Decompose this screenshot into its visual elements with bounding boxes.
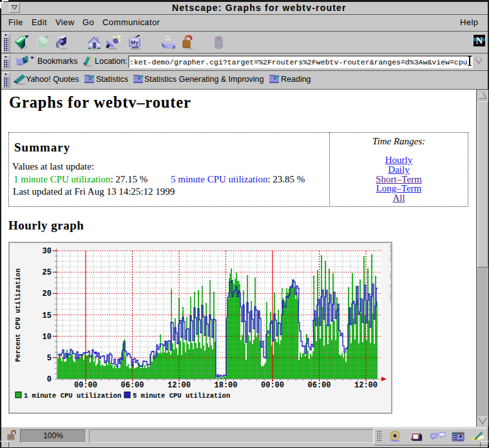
svg-text:12:00: 12:00 bbox=[168, 381, 191, 390]
svg-text:1 minute CPU utilization: 1 minute CPU utilization bbox=[24, 392, 121, 400]
svg-text:RRDTOOL / TOBI OETIKER: RRDTOOL / TOBI OETIKER bbox=[388, 244, 391, 302]
svg-text:My: My bbox=[131, 39, 139, 46]
svg-text:5 minute CPU utilization: 5 minute CPU utilization bbox=[133, 392, 230, 400]
svg-text:25: 25 bbox=[43, 268, 52, 277]
svg-text:0: 0 bbox=[47, 375, 52, 384]
svg-text:N: N bbox=[476, 35, 483, 46]
svg-text:20: 20 bbox=[43, 289, 52, 298]
svg-text:00:00: 00:00 bbox=[74, 381, 97, 390]
svg-text:00:00: 00:00 bbox=[261, 381, 284, 390]
svg-text:5: 5 bbox=[47, 354, 52, 363]
svg-text:15: 15 bbox=[43, 311, 52, 320]
svg-text:18:00: 18:00 bbox=[214, 381, 237, 390]
svg-text:10: 10 bbox=[43, 333, 52, 342]
svg-text:Percent CPU utilization: Percent CPU utilization bbox=[14, 269, 22, 362]
svg-text:06:00: 06:00 bbox=[120, 381, 144, 390]
svg-text:12:00: 12:00 bbox=[354, 381, 378, 390]
svg-text:30: 30 bbox=[43, 247, 52, 256]
svg-text:06:00: 06:00 bbox=[307, 381, 331, 390]
